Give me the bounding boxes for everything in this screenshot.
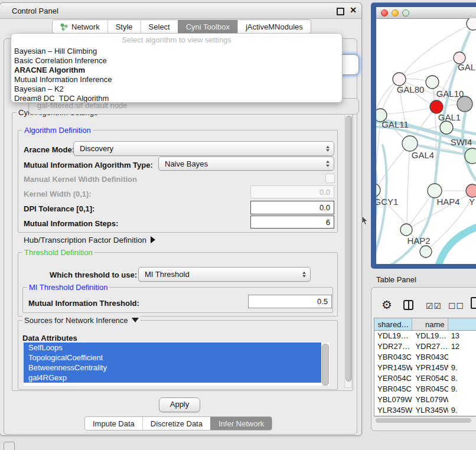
table-row[interactable]: YPR145WYPR145W9. bbox=[374, 363, 476, 373]
bottom-tab-label: Discretize Data bbox=[151, 419, 203, 428]
tab-cyni-toolbox[interactable]: Cyni Toolbox bbox=[178, 20, 237, 33]
manual-kernel-label: Manual Kernel Width Definition bbox=[24, 175, 137, 184]
attribute-item-gal4rgexp[interactable]: gal4RGexp bbox=[24, 373, 321, 383]
aracne-mode-select[interactable]: Discovery bbox=[73, 141, 334, 156]
split-columns-icon[interactable] bbox=[403, 300, 413, 310]
algorithm-dropdown-options: Bayesian – Hill ClimbingBasic Correlatio… bbox=[11, 47, 342, 103]
network-node-gal4[interactable] bbox=[402, 136, 418, 151]
data-attributes-label: Data Attributes bbox=[22, 334, 77, 343]
table-row[interactable]: YDR27…YDR27…12 bbox=[374, 341, 476, 352]
sources-group-title: Sources for Network Inference bbox=[24, 316, 128, 325]
network-node-gal10[interactable] bbox=[426, 76, 439, 89]
network-graph[interactable]: GAL7GAL80GAL10GAL1GAL11SWI4GAL4GCY1HAP4Y… bbox=[376, 18, 476, 264]
hub-definition-label: Hub/Transcription Factor Definition bbox=[24, 236, 146, 244]
hub-definition-toggle[interactable]: Hub/Transcription Factor Definition bbox=[24, 236, 155, 244]
network-node-gcy1[interactable] bbox=[376, 184, 380, 197]
table-cell: YDR27… bbox=[374, 341, 412, 352]
apply-button[interactable]: Apply bbox=[159, 397, 200, 412]
table-row[interactable]: YBR045CYBR045C9. bbox=[374, 384, 476, 394]
algorithm-option-basic-correlation-inference[interactable]: Basic Correlation Inference bbox=[11, 56, 342, 66]
node-label: GAL1 bbox=[438, 112, 461, 122]
table-hscrollbar-thumb[interactable] bbox=[376, 418, 471, 423]
which-threshold-value: MI Threshold bbox=[145, 270, 190, 279]
sources-group-toggle[interactable]: Sources for Network Inference bbox=[22, 316, 141, 325]
dpi-tolerance-field[interactable]: 0.0 bbox=[250, 201, 334, 214]
algorithm-option-mutual-information-inference[interactable]: Mutual Information Inference bbox=[11, 75, 342, 84]
network-node-gal80[interactable] bbox=[393, 73, 406, 86]
attribute-item-topologicalcoefficient[interactable]: TopologicalCoefficient bbox=[24, 353, 321, 363]
table-row[interactable]: YBL079WYBL079W bbox=[374, 394, 476, 405]
kernel-width-label: Kernel Width (0,1): bbox=[24, 190, 92, 198]
table-cell: YDL19… bbox=[374, 331, 412, 341]
stepper-arrows-icon bbox=[326, 161, 330, 167]
mi-steps-label: Mutual Information Steps: bbox=[24, 219, 118, 228]
which-threshold-select[interactable]: MI Threshold bbox=[138, 267, 311, 282]
tab-select[interactable]: Select bbox=[141, 20, 178, 33]
table-cell bbox=[448, 352, 476, 363]
control-panel-title: Control Panel bbox=[12, 6, 58, 15]
checked-boxes-icon[interactable]: ☑☑ bbox=[426, 301, 442, 311]
unchecked-boxes-icon[interactable]: ☐☐ bbox=[448, 301, 464, 311]
cyni-bottom-tab-bar: Impute DataDiscretize DataInfer Network bbox=[84, 416, 272, 431]
gear-icon[interactable]: ⚙ bbox=[382, 298, 392, 312]
attribute-item-betweennesscentrality[interactable]: BetweennessCentrality bbox=[24, 363, 321, 373]
float-window-icon[interactable] bbox=[337, 8, 344, 15]
settings-scrollbar[interactable] bbox=[344, 114, 352, 388]
zoom-traffic-light-icon[interactable] bbox=[402, 9, 409, 17]
table-row[interactable]: YLR345WYLR345W9. bbox=[374, 405, 476, 416]
collapsed-arrow-icon bbox=[151, 236, 155, 243]
attributes-scrollbar-thumb[interactable] bbox=[322, 344, 329, 386]
algorithm-option-aracne-algorithm[interactable]: ARACNE Algorithm bbox=[11, 66, 342, 75]
table-hscrollbar[interactable] bbox=[374, 416, 475, 424]
table-row[interactable]: YER054CYER054C8. bbox=[374, 373, 476, 384]
table-row[interactable]: YDL19…YDL19…13 bbox=[374, 331, 476, 341]
algorithm-option-bayesian-hill-climbing[interactable]: Bayesian – Hill Climbing bbox=[11, 47, 342, 56]
column-header-name[interactable]: name bbox=[412, 318, 448, 330]
minimize-traffic-light-icon[interactable] bbox=[392, 9, 399, 17]
network-node[interactable] bbox=[465, 148, 476, 164]
network-node-gal1[interactable] bbox=[430, 100, 443, 113]
data-attributes-list: SelfLoopsTopologicalCoefficientBetweenne… bbox=[24, 343, 330, 386]
kernel-width-field[interactable]: 0.0 bbox=[250, 185, 334, 198]
mi-type-value: Naive Bayes bbox=[165, 159, 208, 168]
close-traffic-light-icon[interactable] bbox=[381, 9, 388, 17]
bottom-tab-infer-network[interactable]: Infer Network bbox=[210, 417, 272, 430]
network-node-hap2[interactable] bbox=[400, 224, 412, 236]
table-cell: YBR045C bbox=[412, 384, 448, 394]
mi-steps-field[interactable]: 6 bbox=[250, 216, 334, 229]
tab-network[interactable]: Network bbox=[53, 20, 107, 33]
close-panel-icon[interactable]: ✕ bbox=[350, 5, 357, 15]
settings-scrollbar-thumb[interactable] bbox=[345, 116, 352, 381]
network-node[interactable] bbox=[457, 96, 472, 112]
network-node[interactable] bbox=[467, 18, 476, 30]
network-node-swi4[interactable] bbox=[440, 121, 453, 134]
network-node-hap4[interactable] bbox=[428, 184, 442, 198]
column-header-shared[interactable]: shared… bbox=[374, 318, 412, 330]
expanded-arrow-icon bbox=[132, 318, 139, 322]
tab-label: jActiveMNodules bbox=[246, 22, 303, 31]
table-cell: YBL079W bbox=[412, 394, 448, 405]
mouse-cursor bbox=[361, 216, 370, 226]
algorithm-option-dream8-dc-tdc-algorithm[interactable]: Dream8 DC_TDC Algorithm bbox=[11, 94, 342, 103]
tab-style[interactable]: Style bbox=[107, 20, 141, 33]
network-window-titlebar[interactable] bbox=[376, 7, 476, 19]
attribute-item-selfloops[interactable]: SelfLoops bbox=[24, 343, 321, 353]
tab-jactivemnodules[interactable]: jActiveMNodules bbox=[237, 20, 311, 33]
collapsed-panel-button[interactable] bbox=[4, 442, 15, 450]
table-cell: 12 bbox=[448, 341, 476, 352]
column-header-2[interactable] bbox=[448, 318, 476, 330]
control-panel-titlebar: Control Panel ✕ bbox=[0, 3, 361, 19]
algorithm-option-bayesian-k2[interactable]: Bayesian – K2 bbox=[11, 84, 342, 94]
mi-type-select[interactable]: Naive Bayes bbox=[158, 156, 334, 171]
control-panel-tab-bar: NetworkStyleSelectCyni ToolboxjActiveMNo… bbox=[52, 19, 311, 34]
bottom-tab-impute-data[interactable]: Impute Data bbox=[85, 417, 142, 430]
table-row[interactable]: YBR043CYBR043C bbox=[374, 352, 476, 363]
file-icon[interactable] bbox=[471, 297, 476, 309]
network-node[interactable] bbox=[420, 246, 432, 257]
network-node-y[interactable] bbox=[466, 184, 476, 197]
table-cell: YBR043C bbox=[412, 352, 448, 363]
mi-threshold-field[interactable]: 0.5 bbox=[248, 295, 332, 308]
dpi-tolerance-label: DPI Tolerance [0,1]: bbox=[24, 204, 94, 213]
bottom-tab-discretize-data[interactable]: Discretize Data bbox=[142, 417, 210, 430]
manual-kernel-checkbox[interactable] bbox=[325, 174, 335, 183]
